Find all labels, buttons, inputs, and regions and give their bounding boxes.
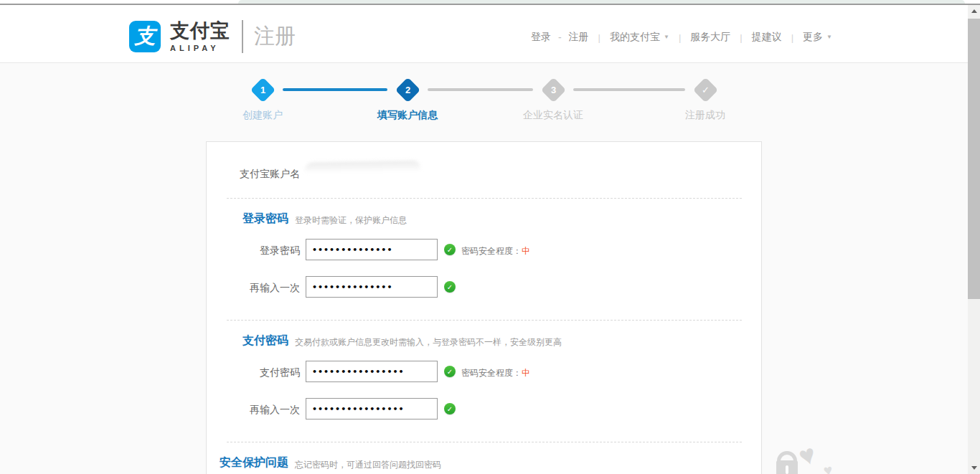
step-4-label: 注册成功 [648, 109, 763, 122]
login-password-confirm-label: 再输入一次 [207, 282, 300, 295]
step-connector [428, 88, 533, 91]
success-check-icon: ✓ [444, 403, 456, 414]
login-password-input[interactable] [306, 239, 438, 260]
account-name-label: 支付宝账户名 [207, 168, 300, 181]
pay-password-confirm-input[interactable] [306, 398, 438, 420]
pay-password-label: 支付密码 [207, 366, 300, 379]
login-password-section-title: 登录密码 [207, 212, 288, 227]
account-name-redacted [304, 161, 420, 183]
step-connector [573, 88, 685, 91]
success-check-icon: ✓ [444, 281, 456, 293]
page-title: 注册 [254, 22, 296, 51]
brand-name-cn: 支付宝 [170, 22, 230, 41]
step-1-number: 1 [260, 85, 265, 95]
vertical-scrollbar[interactable] [968, 5, 980, 474]
alipay-logo-glyph: 支 [135, 22, 156, 51]
alipay-logo[interactable]: 支 支付宝 ALIPAY 注册 [129, 20, 296, 53]
step-3-marker: 3 [540, 77, 566, 103]
logo-divider [242, 20, 243, 53]
step-1-label: 创建账户 [205, 109, 320, 122]
step-3-number: 3 [550, 85, 555, 95]
login-password-strength: 密码安全程度：中 [461, 245, 530, 257]
pay-password-strength: 密码安全程度：中 [461, 367, 530, 379]
account-info-form-panel: 支付宝账户名 登录密码 登录时需验证，保护账户信息 登录密码 ✓ 密码安全程度：… [206, 141, 762, 474]
security-question-section-desc: 忘记密码时，可通过回答问题找回密码 [295, 459, 441, 471]
nav-login-link[interactable]: 登录 [529, 31, 552, 44]
step-3-label: 企业实名认证 [496, 109, 611, 122]
nav-separator: | [732, 32, 750, 43]
security-question-section-title: 安全保护问题 [207, 455, 288, 470]
success-check-icon: ✓ [444, 366, 456, 377]
section-divider [227, 320, 742, 321]
nav-my-alipay-menu[interactable]: 我的支付宝▼ [608, 31, 671, 44]
login-password-section-desc: 登录时需验证，保护账户信息 [295, 214, 407, 227]
nav-dash: - [552, 32, 567, 43]
login-password-confirm-input[interactable] [306, 276, 438, 298]
step-4-marker: ✓ [692, 77, 718, 103]
chevron-down-icon: ▼ [826, 34, 832, 40]
pay-password-section-desc: 交易付款或账户信息更改时需输入，与登录密码不一样，安全级别更高 [295, 336, 562, 349]
triangle-up-icon [971, 9, 977, 13]
nav-service-hall-link[interactable]: 服务大厅 [689, 31, 732, 44]
step-4-check-icon: ✓ [702, 85, 710, 95]
heart-icon: ♥ [822, 461, 834, 474]
alipay-logo-icon: 支 [129, 21, 161, 52]
step-2-number: 2 [405, 85, 410, 95]
nav-separator: | [590, 32, 608, 43]
login-password-label: 登录密码 [207, 245, 300, 257]
scrollbar-up-button[interactable] [968, 5, 980, 17]
brand-name-en: ALIPAY [170, 44, 230, 52]
strength-value: 中 [522, 246, 530, 256]
pay-password-input[interactable] [306, 361, 438, 382]
brand-text: 支付宝 ALIPAY [170, 22, 230, 52]
section-divider [227, 442, 742, 442]
triangle-down-icon [971, 466, 977, 470]
pay-password-confirm-label: 再输入一次 [207, 404, 300, 417]
nav-more-menu[interactable]: 更多▼ [801, 31, 834, 44]
strength-label: 密码安全程度： [461, 246, 522, 256]
section-divider [227, 198, 742, 199]
nav-separator: | [671, 32, 689, 43]
nav-register-link[interactable]: 注册 [567, 31, 590, 44]
strength-value: 中 [522, 368, 530, 378]
step-1-marker: 1 [250, 77, 275, 103]
top-nav: 登录 - 注册 | 我的支付宝▼ | 服务大厅 | 提建议 | 更多▼ [529, 31, 834, 44]
step-2-marker: 2 [395, 77, 420, 103]
scrollbar-thumb[interactable] [968, 19, 980, 299]
scrollbar-down-button[interactable] [968, 462, 980, 474]
strength-label: 密码安全程度： [461, 368, 522, 378]
page-header: 支 支付宝 ALIPAY 注册 登录 - 注册 | 我的支付宝▼ | 服务大厅 … [0, 5, 980, 63]
registration-stepper: 1 2 3 ✓ 创建账户 填写账户信息 企业实名认证 注册成功 [248, 77, 736, 122]
pay-password-section-title: 支付密码 [207, 333, 288, 349]
lock-icon [775, 451, 799, 474]
step-connector-active [283, 88, 387, 91]
step-2-label: 填写账户信息 [350, 109, 465, 122]
nav-suggest-link[interactable]: 提建议 [750, 31, 783, 44]
chevron-down-icon: ▼ [664, 34, 669, 40]
nav-separator: | [783, 32, 801, 43]
success-check-icon: ✓ [444, 244, 456, 255]
